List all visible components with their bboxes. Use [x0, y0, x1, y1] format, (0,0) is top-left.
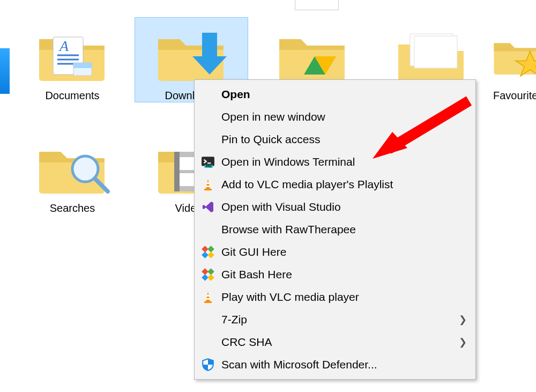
menu-label: Open with Visual Studio — [221, 201, 467, 213]
menu-open-windows-terminal[interactable]: PRE Open in Windows Terminal — [196, 151, 474, 173]
menu-open-new-window[interactable]: Open in new window — [196, 106, 474, 128]
menu-pin-quick-access[interactable]: Pin to Quick access — [196, 128, 474, 151]
menu-label: Play with VLC media player — [221, 291, 467, 304]
blank-icon — [200, 86, 216, 102]
menu-label: Pin to Quick access — [221, 133, 467, 146]
partial-selected-item[interactable] — [0, 48, 10, 94]
svg-rect-26 — [206, 182, 210, 184]
folder-special[interactable] — [375, 18, 488, 90]
folder-favourites[interactable]: Favourites — [487, 18, 536, 102]
svg-rect-31 — [202, 252, 209, 258]
folder-google-drive[interactable] — [256, 18, 369, 90]
documents-folder-icon: A — [29, 23, 115, 87]
context-menu: Open Open in new window Pin to Quick acc… — [194, 79, 476, 380]
searches-folder-icon — [29, 136, 115, 200]
terminal-icon: PRE — [200, 154, 216, 170]
git-icon — [200, 244, 216, 260]
svg-rect-38 — [206, 295, 210, 297]
svg-rect-27 — [206, 186, 210, 187]
menu-vlc-add-playlist[interactable]: Add to VLC media player's Playlist — [196, 173, 474, 196]
svg-rect-28 — [204, 189, 212, 190]
folder-label: Favourites — [493, 90, 536, 102]
chevron-right-icon: ❯ — [459, 336, 467, 348]
svg-rect-11 — [414, 36, 457, 68]
vlc-cone-icon — [200, 289, 216, 305]
blank-icon — [200, 334, 216, 350]
menu-git-gui-here[interactable]: Git GUI Here — [196, 241, 474, 263]
git-icon — [200, 267, 216, 283]
svg-rect-32 — [207, 252, 214, 258]
menu-label: Open in Windows Terminal — [221, 156, 467, 168]
folder-documents[interactable]: A Documents — [16, 18, 129, 102]
chevron-right-icon: ❯ — [459, 314, 467, 326]
toolbar-separator — [295, 0, 339, 10]
vlc-cone-icon — [200, 176, 216, 193]
menu-rawtherapee[interactable]: Browse with RawTherapee — [196, 218, 474, 241]
favourites-folder-icon — [487, 23, 536, 87]
menu-label: Git GUI Here — [221, 246, 467, 258]
downloads-folder-icon — [148, 23, 234, 87]
visual-studio-icon — [200, 199, 216, 215]
menu-open[interactable]: Open — [196, 83, 474, 106]
svg-rect-34 — [207, 268, 214, 275]
svg-text:A: A — [58, 38, 69, 54]
svg-rect-17 — [174, 152, 180, 191]
menu-label: Scan with Microsoft Defender... — [221, 358, 467, 371]
blank-icon — [200, 109, 216, 125]
menu-label: CRC SHA — [221, 336, 459, 349]
menu-label: 7-Zip — [221, 313, 459, 326]
svg-rect-29 — [202, 246, 209, 253]
blank-icon — [200, 312, 216, 328]
menu-open-visual-studio[interactable]: Open with Visual Studio — [196, 196, 474, 218]
menu-label: Open — [221, 88, 467, 101]
blank-icon — [200, 221, 216, 238]
menu-vlc-play[interactable]: Play with VLC media player — [196, 286, 474, 308]
folder-label: Documents — [16, 90, 129, 102]
menu-label: Open in new window — [221, 110, 467, 123]
menu-crc-sha[interactable]: CRC SHA ❯ — [196, 331, 474, 353]
google-drive-folder-icon — [270, 23, 355, 87]
svg-rect-33 — [202, 268, 209, 275]
menu-7zip[interactable]: 7-Zip ❯ — [196, 308, 474, 331]
menu-label: Add to VLC media player's Playlist — [221, 178, 467, 191]
folder-searches[interactable]: Searches — [16, 130, 129, 215]
svg-rect-36 — [207, 274, 214, 281]
menu-label: Browse with RawTherapee — [221, 223, 467, 236]
svg-rect-35 — [202, 274, 209, 281]
menu-git-bash-here[interactable]: Git Bash Here — [196, 263, 474, 286]
svg-rect-6 — [73, 63, 92, 68]
menu-scan-defender[interactable]: Scan with Microsoft Defender... — [196, 353, 474, 376]
svg-text:PRE: PRE — [206, 165, 212, 168]
defender-shield-icon — [200, 357, 216, 373]
folder-label: Searches — [16, 202, 129, 215]
blank-icon — [200, 131, 216, 147]
folder-open-icon — [389, 23, 474, 87]
svg-rect-40 — [204, 301, 212, 303]
svg-rect-30 — [207, 246, 214, 253]
menu-label: Git Bash Here — [221, 268, 467, 281]
svg-rect-39 — [206, 298, 210, 300]
